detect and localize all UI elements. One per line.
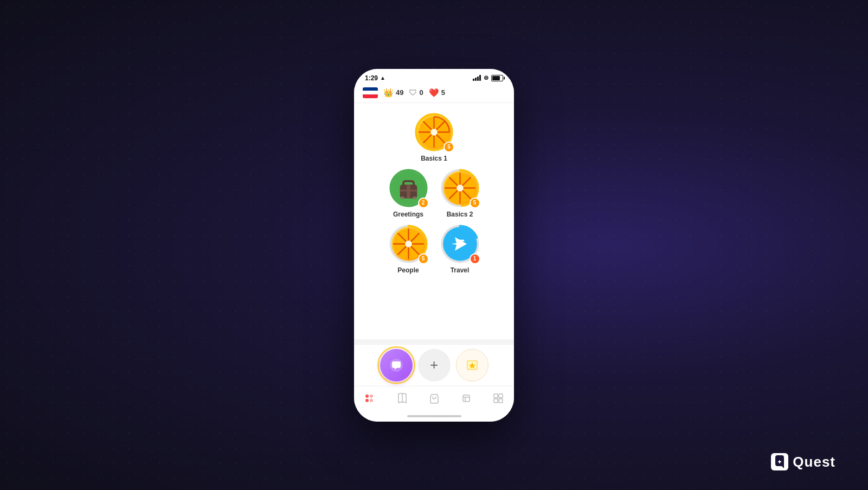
chat-wrapper — [380, 349, 413, 381]
svg-point-27 — [365, 394, 369, 398]
wifi-icon: ⊜ — [484, 74, 488, 81]
status-time: 1:29 ▲ — [365, 74, 385, 82]
cards-button[interactable] — [456, 349, 488, 381]
battery-icon — [491, 75, 503, 81]
shield-count: 0 — [419, 88, 423, 97]
people-badge: 5 — [418, 253, 429, 264]
streak-stat[interactable]: 👑 49 — [383, 88, 403, 98]
lesson-row-3: 5 People — [363, 224, 505, 274]
chat-glow-ring — [377, 346, 415, 384]
lesson-row-2: 2 Greetings — [363, 168, 505, 218]
lesson-travel[interactable]: 1 Travel — [440, 224, 480, 274]
grid-icon — [492, 392, 504, 404]
signal-icon — [473, 75, 481, 81]
edit-icon — [460, 392, 472, 404]
add-icon: + — [430, 357, 438, 373]
basics1-badge: 5 — [443, 142, 454, 152]
svg-rect-23 — [455, 239, 464, 241]
add-button[interactable]: + — [418, 349, 451, 381]
nav-book[interactable] — [391, 390, 413, 407]
crown-icon: 👑 — [383, 88, 394, 98]
people-label: People — [397, 266, 419, 274]
travel-circle[interactable]: 1 — [440, 224, 480, 264]
book-icon — [396, 392, 408, 404]
home-bar — [407, 415, 461, 417]
home-icon — [364, 392, 376, 404]
french-flag[interactable] — [363, 87, 378, 98]
status-icons: ⊜ — [473, 74, 503, 81]
heart-icon: ❤️ — [429, 88, 439, 98]
quest-logo-text: Quest — [793, 454, 835, 470]
time-display: 1:29 — [365, 74, 378, 82]
shop-icon — [428, 392, 440, 404]
svg-rect-36 — [499, 394, 503, 398]
status-bar: 1:29 ▲ ⊜ — [354, 69, 514, 84]
hearts-count: 5 — [441, 88, 445, 97]
content-divider — [354, 341, 514, 342]
lesson-basics2[interactable]: 5 Basics 2 — [440, 168, 480, 218]
basics2-label: Basics 2 — [447, 211, 473, 218]
greetings-label: Greetings — [393, 211, 423, 218]
svg-rect-35 — [494, 394, 498, 398]
flag-white — [363, 91, 378, 94]
bottom-nav — [354, 386, 514, 412]
svg-rect-38 — [499, 399, 503, 403]
nav-edit[interactable] — [455, 390, 477, 407]
basics2-badge: 5 — [470, 198, 480, 208]
svg-rect-37 — [494, 399, 498, 403]
greetings-circle[interactable]: 2 — [388, 168, 429, 208]
nav-home[interactable] — [359, 390, 381, 407]
svg-point-19 — [405, 240, 412, 247]
basics1-circle[interactable]: 5 — [414, 112, 454, 152]
svg-point-3 — [430, 129, 438, 136]
hearts-stat[interactable]: ❤️ 5 — [429, 88, 445, 98]
main-content: 5 Basics 1 — [354, 103, 514, 339]
quest-logo: Quest — [771, 453, 835, 470]
svg-rect-9 — [400, 189, 417, 191]
svg-rect-10 — [401, 196, 404, 199]
basics1-label: Basics 1 — [421, 155, 447, 162]
greetings-badge: 2 — [418, 198, 429, 208]
quest-logo-icon — [771, 453, 788, 470]
basics2-circle[interactable]: 5 — [440, 168, 480, 208]
travel-badge: 1 — [470, 253, 480, 264]
phone-frame: 1:29 ▲ ⊜ 👑 49 🛡 0 — [354, 69, 514, 422]
nav-shop[interactable] — [423, 390, 445, 407]
action-row: + — [354, 344, 514, 386]
flag-red — [363, 94, 378, 98]
svg-rect-32 — [463, 395, 470, 402]
travel-label: Travel — [451, 266, 470, 274]
lesson-greetings[interactable]: 2 Greetings — [388, 168, 429, 218]
app-header: 👑 49 🛡 0 ❤️ 5 — [354, 84, 514, 103]
svg-rect-11 — [413, 196, 416, 199]
svg-point-15 — [456, 184, 464, 192]
nav-grid[interactable] — [487, 390, 509, 407]
svg-point-28 — [365, 399, 369, 402]
shield-stat[interactable]: 🛡 0 — [409, 88, 423, 97]
people-circle[interactable]: 5 — [388, 224, 429, 264]
shield-icon: 🛡 — [409, 88, 417, 97]
lesson-row-1: 5 Basics 1 — [363, 112, 505, 162]
svg-point-29 — [370, 394, 373, 398]
svg-point-30 — [370, 399, 373, 402]
cards-icon — [465, 358, 479, 372]
home-indicator — [354, 412, 514, 422]
lesson-basics1[interactable]: 5 Basics 1 — [414, 112, 454, 162]
flag-blue — [363, 87, 378, 91]
lesson-people[interactable]: 5 People — [388, 224, 429, 274]
signal-arrow: ▲ — [380, 75, 385, 81]
streak-count: 49 — [396, 88, 403, 97]
